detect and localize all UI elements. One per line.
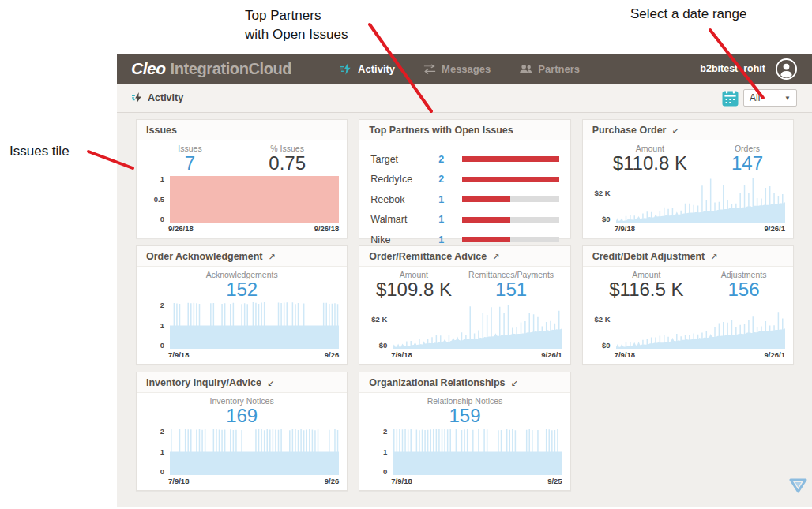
stat-value: 169 <box>210 406 274 426</box>
tile-inventory-inquiry-advice[interactable]: Inventory Inquiry/Advice↙Inventory Notic… <box>136 372 348 491</box>
tile-header: Order Acknowledgement↗ <box>137 246 347 267</box>
y-axis-tick-label: 0.5 <box>154 195 164 204</box>
area-chart-svg <box>170 429 339 475</box>
tile-title: Organizational Relationships <box>369 377 505 388</box>
partner-bar-fill <box>462 156 558 162</box>
tile-organizational-relationships[interactable]: Organizational Relationships↙Relationshi… <box>359 372 570 491</box>
area-chart-series <box>393 429 562 475</box>
trend-down-left-arrow-icon[interactable]: ↙ <box>267 379 274 387</box>
y-axis-tick-label: 0 <box>160 341 164 350</box>
area-chart-svg <box>170 176 339 223</box>
page-title-text: Activity <box>148 92 183 103</box>
x-axis-end-label: 9/25 <box>547 477 562 486</box>
area-chart-svg <box>170 302 339 349</box>
partner-name: Walmart <box>370 214 438 225</box>
page-subheader: Activity All ▼ <box>117 84 812 113</box>
tile-title: Issues <box>146 125 177 136</box>
trend-up-right-arrow-icon[interactable]: ↗ <box>710 253 717 261</box>
y-axis-tick-label: 0 <box>383 467 387 476</box>
area-chart-series <box>170 302 339 349</box>
tile-issues[interactable]: IssuesIssues7% Issues0.7510.509/26/189/2… <box>136 119 348 238</box>
stat-amount: Amount$116.5 K <box>609 270 683 300</box>
tile-order-remittance-advice[interactable]: Order/Remittance Advice↗Amount$109.8 KRe… <box>359 245 570 365</box>
annotation-top-partners-line1: Top Partners <box>245 6 348 25</box>
stat-value: 151 <box>468 279 554 300</box>
area-chart-series <box>393 305 562 349</box>
messages-exchange-icon <box>423 64 436 74</box>
partner-row: Target2 <box>370 149 558 170</box>
nav-item-messages[interactable]: Messages <box>423 63 491 75</box>
x-axis-end-label: 9/26/1 <box>541 350 562 360</box>
trend-up-right-arrow-icon[interactable]: ↗ <box>492 253 499 261</box>
activity-bolt-icon <box>340 63 352 75</box>
calendar-icon[interactable] <box>722 90 739 107</box>
tile-body: Amount$110.8 KOrders147$2 K$07/9/189/26/… <box>583 140 793 238</box>
trend-up-right-arrow-icon[interactable]: ↗ <box>269 253 276 261</box>
y-axis-tick-label: 0 <box>160 215 164 223</box>
stat-value: 156 <box>721 279 767 300</box>
chart-y-axis: $2 K$0 <box>591 176 616 223</box>
tile-chart: 210 <box>145 302 339 349</box>
tile-stats: Issues7% Issues0.75 <box>145 144 339 174</box>
y-axis-tick-label: $2 K <box>595 315 611 324</box>
cleo-integration-cloud-app: Cleo IntegrationCloud Activity Messages <box>117 54 812 507</box>
tile-grid: IssuesIssues7% Issues0.7510.509/26/189/2… <box>136 119 794 491</box>
chart-plot-area <box>393 429 562 475</box>
tile-header: Organizational Relationships↙ <box>359 372 570 393</box>
nav-item-activity[interactable]: Activity <box>340 63 395 75</box>
tile-title: Purchase Order <box>592 125 667 136</box>
tile-stats: Inventory Notices169 <box>145 396 339 426</box>
stat-relationship-notices: Relationship Notices159 <box>427 396 503 426</box>
tile-chart: $2 K$0 <box>591 176 785 223</box>
tile-order-acknowledgement[interactable]: Order Acknowledgement↗Acknowledgements15… <box>136 245 348 365</box>
chart-x-axis: 9/26/189/26/18 <box>145 224 339 234</box>
user-avatar-icon <box>775 58 798 80</box>
tile-chart: 210 <box>367 429 562 475</box>
chart-plot-area <box>170 302 339 349</box>
tile-header: Top Partners with Open Issues <box>359 120 570 140</box>
stat-value: 152 <box>206 279 278 300</box>
partner-bar-track <box>462 177 558 182</box>
chart-plot-area <box>170 429 339 475</box>
y-axis-tick-label: $2 K <box>371 315 387 324</box>
chart-plot-area <box>616 302 785 349</box>
partner-bar-fill <box>462 237 510 242</box>
stat-value: $116.5 K <box>609 279 683 300</box>
stat-amount: Amount$110.8 K <box>613 144 687 174</box>
dashboard-content: IssuesIssues7% Issues0.7510.509/26/189/2… <box>117 113 812 507</box>
nav-label-messages: Messages <box>442 63 491 75</box>
area-chart-svg <box>393 429 562 475</box>
trend-down-left-arrow-icon[interactable]: ↙ <box>511 379 518 387</box>
partner-open-issue-count: 1 <box>438 234 456 245</box>
product-name-text: IntegrationCloud <box>171 60 292 78</box>
chart-y-axis: 210 <box>145 302 170 349</box>
y-axis-tick-label: 2 <box>383 427 387 436</box>
chart-x-axis: 7/9/189/26 <box>145 350 339 360</box>
area-chart-svg <box>616 176 785 223</box>
chart-x-axis: 7/9/189/26 <box>145 477 339 486</box>
chart-plot-area <box>393 302 562 349</box>
tile-purchase-order[interactable]: Purchase Order↙Amount$110.8 KOrders147$2… <box>582 119 794 238</box>
stat-value: 0.75 <box>269 153 306 174</box>
area-chart-svg <box>616 302 785 349</box>
user-menu[interactable]: b2bitest_rohit <box>700 58 798 80</box>
x-axis-start-label: 9/26/18 <box>168 224 194 234</box>
cleo-brand-text: Cleo <box>131 59 166 78</box>
y-axis-tick-label: 2 <box>160 427 164 436</box>
stat-remittances-payments: Remittances/Payments151 <box>468 270 554 300</box>
tile-credit-debit-adjustment[interactable]: Credit/Debit Adjustment↗Amount$116.5 KAd… <box>582 245 794 365</box>
tile-stats: Relationship Notices159 <box>367 396 562 426</box>
partner-bar-fill <box>462 177 558 182</box>
tile-stats: Amount$109.8 KRemittances/Payments151 <box>367 270 562 300</box>
tile-top-partners[interactable]: Top Partners with Open IssuesTarget2Redd… <box>359 119 570 238</box>
date-range-select[interactable]: All ▼ <box>743 89 797 107</box>
area-chart-series <box>616 312 785 349</box>
nav-item-partners[interactable]: Partners <box>519 63 580 75</box>
tile-body: Amount$116.5 KAdjustments156$2 K$07/9/18… <box>583 267 793 364</box>
trend-down-left-arrow-icon[interactable]: ↙ <box>671 126 679 135</box>
partner-name: Nike <box>370 234 438 245</box>
tile-header: Order/Remittance Advice↗ <box>359 246 570 267</box>
chart-plot-area <box>616 176 785 223</box>
y-axis-tick-label: 2 <box>160 301 164 309</box>
x-axis-end-label: 9/26 <box>325 477 340 486</box>
